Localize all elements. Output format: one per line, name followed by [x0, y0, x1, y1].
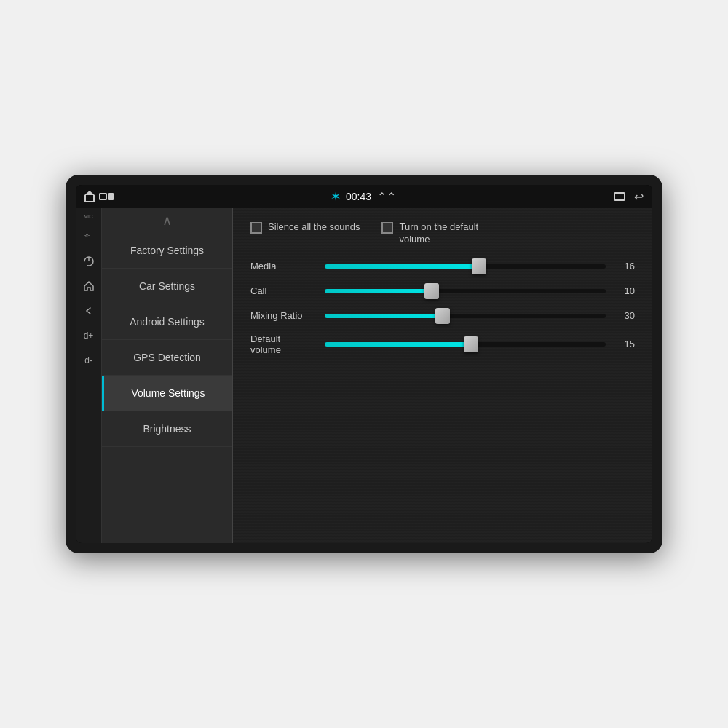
bluetooth-icon: ✶ — [331, 191, 340, 202]
call-slider-value: 10 — [614, 285, 635, 296]
vol-down-icon[interactable]: d- — [79, 353, 99, 368]
mixing-ratio-slider-container — [325, 309, 606, 323]
status-bar-left — [84, 191, 114, 202]
menu-item-factory-settings[interactable]: Factory Settings — [102, 233, 232, 269]
call-slider-track[interactable] — [325, 289, 606, 293]
default-volume-slider-container — [325, 337, 606, 352]
mixing-ratio-slider-value: 30 — [614, 310, 635, 321]
default-volume-slider-value: 15 — [614, 339, 635, 349]
scroll-up-indicator: ∧ — [102, 208, 232, 233]
silence-checkbox-label: Silence all the sounds — [268, 221, 360, 234]
default-volume-slider-track[interactable] — [325, 342, 606, 347]
chevron-up-icon[interactable]: ⌃⌃ — [377, 190, 396, 204]
media-slider-row: Media 16 — [250, 259, 635, 274]
default-volume-slider-label: Defaultvolume — [250, 333, 316, 355]
mixing-ratio-slider-fill — [325, 314, 443, 318]
default-volume-checkbox-box[interactable] — [381, 222, 393, 234]
vol-up-icon[interactable]: d+ — [79, 328, 99, 343]
mixing-ratio-slider-track[interactable] — [325, 314, 606, 318]
media-slider-container — [325, 259, 606, 274]
menu-item-volume-settings[interactable]: Volume Settings — [102, 376, 232, 411]
icon-sidebar: MIC RST — [76, 208, 102, 543]
default-volume-checkbox[interactable]: Turn on the default volume — [381, 221, 494, 246]
media-slider-thumb[interactable] — [472, 258, 486, 274]
device-frame: ✶ 00:43 ⌃⌃ ↩ MIC RST — [66, 175, 662, 553]
default-volume-slider-fill — [325, 342, 471, 347]
menu-sidebar: ∧ Factory Settings Car Settings Android … — [102, 208, 233, 543]
rst-label: RST — [84, 233, 94, 239]
back-side-icon[interactable] — [79, 304, 99, 318]
menu-item-car-settings[interactable]: Car Settings — [102, 269, 232, 304]
call-slider-row: Call 10 — [250, 284, 635, 298]
menu-item-brightness[interactable]: Brightness — [102, 411, 232, 447]
home-nav-icon[interactable] — [84, 191, 95, 202]
media-slider-value: 16 — [614, 261, 635, 272]
main-content: MIC RST — [76, 208, 652, 543]
call-slider-container — [325, 284, 606, 298]
time-display: 00:43 — [346, 191, 371, 202]
status-bar-right: ↩ — [614, 190, 644, 204]
window-icon[interactable] — [614, 192, 625, 201]
media-slider-track[interactable] — [325, 264, 606, 269]
call-slider-thumb[interactable] — [424, 283, 439, 299]
status-bar: ✶ 00:43 ⌃⌃ ↩ — [76, 185, 652, 208]
silence-checkbox-box[interactable] — [250, 222, 262, 234]
device-screen: ✶ 00:43 ⌃⌃ ↩ MIC RST — [76, 185, 652, 543]
menu-item-android-settings[interactable]: Android Settings — [102, 304, 232, 340]
status-bar-center: ✶ 00:43 ⌃⌃ — [331, 190, 396, 204]
mic-label: MIC — [84, 214, 93, 220]
home-side-icon[interactable] — [79, 279, 99, 293]
media-slider-fill — [325, 264, 479, 269]
default-volume-slider-row: Defaultvolume 15 — [250, 333, 635, 355]
mixing-ratio-slider-thumb[interactable] — [435, 308, 450, 324]
call-slider-fill — [325, 289, 432, 293]
media-slider-label: Media — [250, 261, 316, 272]
settings-panel: Silence all the sounds Turn on the defau… — [233, 208, 652, 543]
silence-checkbox[interactable]: Silence all the sounds — [250, 221, 360, 234]
default-volume-slider-thumb[interactable] — [464, 336, 478, 352]
power-icon[interactable] — [79, 254, 99, 269]
menu-item-gps-detection[interactable]: GPS Detection — [102, 340, 232, 376]
mixing-ratio-slider-row: Mixing Ratio 30 — [250, 309, 635, 323]
mixing-ratio-slider-label: Mixing Ratio — [250, 310, 316, 321]
call-slider-label: Call — [250, 285, 316, 296]
recent-apps-icon[interactable] — [99, 193, 114, 200]
checkbox-row: Silence all the sounds Turn on the defau… — [250, 221, 635, 246]
back-nav-icon[interactable]: ↩ — [634, 190, 644, 204]
default-volume-checkbox-label: Turn on the default volume — [399, 221, 494, 246]
